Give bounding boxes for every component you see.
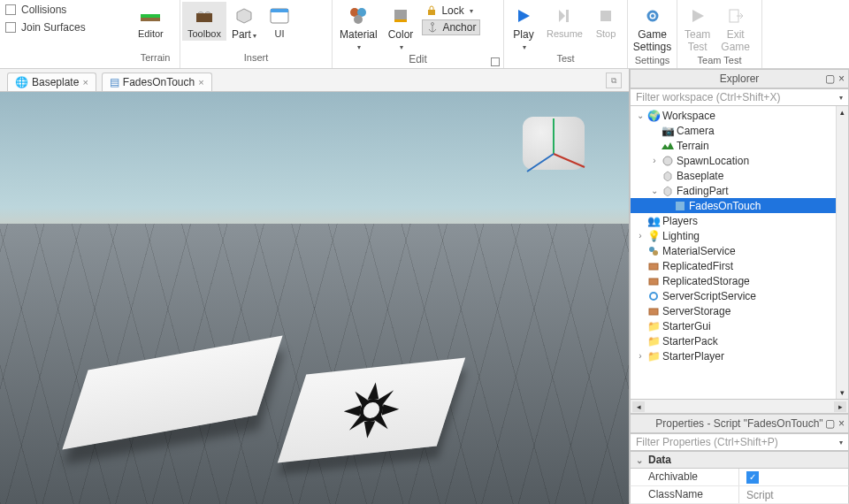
- overflow-icon: ⧉: [611, 76, 616, 86]
- part-label: Part▾: [232, 28, 256, 41]
- chevron-down-icon: ▾: [253, 32, 256, 40]
- tab-script-label: FadesOnTouch: [123, 76, 195, 88]
- tab-baseplate[interactable]: 🌐 Baseplate ×: [7, 73, 96, 91]
- tree-item-serverstorage[interactable]: ServerStorage: [631, 303, 848, 318]
- svg-marker-14: [559, 10, 565, 22]
- close-icon[interactable]: ×: [838, 73, 845, 85]
- chevron-down-icon[interactable]: ⌄: [648, 186, 661, 195]
- tree-item-spawnlocation[interactable]: › SpawnLocation: [631, 153, 848, 168]
- toolbox-button[interactable]: Toolbox: [182, 2, 226, 41]
- tree-item-replicatedfirst[interactable]: ReplicatedFirst: [631, 258, 848, 273]
- scroll-up-icon[interactable]: ▴: [837, 106, 848, 118]
- 3d-viewport[interactable]: [0, 92, 629, 504]
- part-icon: [233, 5, 255, 27]
- play-button[interactable]: Play▾: [506, 2, 541, 53]
- material-icon: [646, 245, 661, 257]
- color-icon: [390, 5, 411, 27]
- world-icon: 🌍: [646, 110, 661, 122]
- scroll-left-icon[interactable]: ◂: [632, 401, 645, 412]
- lock-button[interactable]: Lock ▾: [422, 4, 480, 18]
- tree-item-players[interactable]: 👥 Players: [631, 213, 848, 228]
- tree-item-starterplayer[interactable]: › 📁 StarterPlayer: [631, 348, 848, 363]
- svg-rect-31: [649, 263, 658, 270]
- tree-item-replicatedstorage[interactable]: ReplicatedStorage: [631, 273, 848, 288]
- play-label: Play▾: [513, 28, 533, 51]
- join-surfaces-label: Join Surfaces: [21, 21, 86, 34]
- explorer-vertical-scrollbar[interactable]: ▴ ▾: [836, 106, 848, 399]
- editor-icon: [140, 5, 161, 27]
- dialog-launcher-icon[interactable]: [491, 57, 500, 66]
- toolbox-icon: [194, 5, 215, 27]
- tree-item-baseplate[interactable]: Baseplate: [631, 168, 848, 183]
- decal-sun-icon: [314, 374, 428, 447]
- tab-baseplate-label: Baseplate: [32, 76, 79, 88]
- camera-icon: 📷: [661, 125, 675, 137]
- property-row-classname[interactable]: ClassName Script: [630, 486, 849, 504]
- property-value-archivable[interactable]: ✓: [739, 469, 848, 485]
- close-icon[interactable]: ×: [82, 77, 88, 88]
- anchor-button[interactable]: Anchor: [422, 19, 480, 35]
- terrain-icon: [661, 140, 675, 152]
- part-button[interactable]: Part▾: [226, 2, 262, 42]
- tree-item-lighting[interactable]: › 💡 Lighting: [631, 228, 848, 243]
- property-name: ClassName: [631, 486, 739, 503]
- chevron-down-icon: ⌄: [636, 455, 643, 465]
- scroll-down-icon[interactable]: ▾: [837, 386, 848, 399]
- ribbon-groups: Editor Terrain Toolbox Part▾: [131, 0, 849, 68]
- checkbox-checked-icon[interactable]: ✓: [746, 471, 759, 484]
- tree-item-camera[interactable]: 📷 Camera: [631, 123, 848, 138]
- color-button[interactable]: Color▾: [383, 2, 419, 53]
- svg-rect-0: [141, 14, 160, 18]
- tree-item-fadingpart[interactable]: ⌄ FadingPart: [631, 183, 848, 198]
- tree-item-terrain[interactable]: Terrain: [631, 138, 848, 153]
- tree-item-serverscriptservice[interactable]: ServerScriptService: [631, 288, 848, 303]
- tab-overflow-button[interactable]: ⧉: [606, 73, 622, 88]
- resume-label: Resume: [547, 28, 583, 39]
- tree-item-materialservice[interactable]: MaterialService: [631, 243, 848, 258]
- tree-item-startergui[interactable]: 📁 StarterGui: [631, 318, 848, 333]
- explorer-filter-input[interactable]: Filter workspace (Ctrl+Shift+X) ▾: [630, 88, 849, 106]
- main-region: 🌐 Baseplate × ▤ FadesOnTouch × ⧉: [0, 69, 849, 504]
- folder-icon: 📁: [646, 320, 661, 332]
- tree-item-workspace[interactable]: ⌄ 🌍 Workspace: [631, 108, 848, 123]
- explorer-filter-placeholder: Filter workspace (Ctrl+Shift+X): [636, 91, 780, 103]
- properties-section-data[interactable]: ⌄ Data: [630, 451, 849, 469]
- material-button[interactable]: Material▾: [334, 2, 383, 53]
- join-surfaces-checkbox[interactable]: Join Surfaces: [5, 21, 126, 34]
- undock-icon[interactable]: ▢: [825, 73, 835, 85]
- tree-item-starterpack[interactable]: 📁 StarterPack: [631, 333, 848, 348]
- orientation-axes-icon: [514, 110, 593, 189]
- storage-icon: [646, 260, 661, 272]
- svg-rect-4: [271, 9, 288, 12]
- properties-title-label: Properties - Script "FadesOnTouch": [655, 417, 822, 430]
- scroll-right-icon[interactable]: ▸: [834, 401, 846, 412]
- stop-button: Stop: [588, 2, 623, 41]
- chevron-right-icon[interactable]: ›: [648, 156, 661, 165]
- chevron-right-icon[interactable]: ›: [634, 351, 646, 361]
- view-orientation-widget[interactable]: [514, 110, 593, 189]
- svg-point-18: [651, 14, 654, 18]
- svg-marker-26: [664, 172, 671, 181]
- folder-icon: 📁: [646, 335, 661, 347]
- collisions-checkbox[interactable]: Collisions: [5, 4, 126, 16]
- svg-rect-16: [600, 11, 611, 21]
- undock-icon[interactable]: ▢: [825, 417, 835, 430]
- editor-label: Editor: [138, 28, 164, 39]
- editor-button[interactable]: Editor: [133, 2, 169, 41]
- chevron-down-icon: ▾: [400, 43, 403, 51]
- exit-game-button: ExitGame: [715, 2, 755, 55]
- close-icon[interactable]: ×: [198, 77, 203, 88]
- tree-item-fadesontouch[interactable]: FadesOnTouch: [631, 198, 848, 213]
- close-icon[interactable]: ×: [838, 417, 845, 430]
- explorer-tree[interactable]: ▴ ▾ ⌄ 🌍 Workspace 📷 Camera Terrain › Spa…: [630, 106, 849, 400]
- players-icon: 👥: [646, 215, 661, 227]
- tab-script[interactable]: ▤ FadesOnTouch ×: [102, 73, 212, 91]
- explorer-horizontal-scrollbar[interactable]: ◂ ▸: [630, 400, 849, 414]
- lock-label: Lock: [441, 4, 463, 17]
- ui-button[interactable]: UI: [262, 2, 297, 41]
- chevron-right-icon[interactable]: ›: [634, 231, 646, 241]
- properties-filter-input[interactable]: Filter Properties (Ctrl+Shift+P) ▾: [630, 433, 849, 451]
- property-row-archivable[interactable]: Archivable ✓: [630, 469, 849, 486]
- game-settings-button[interactable]: GameSettings: [630, 2, 675, 55]
- chevron-down-icon[interactable]: ⌄: [634, 111, 646, 120]
